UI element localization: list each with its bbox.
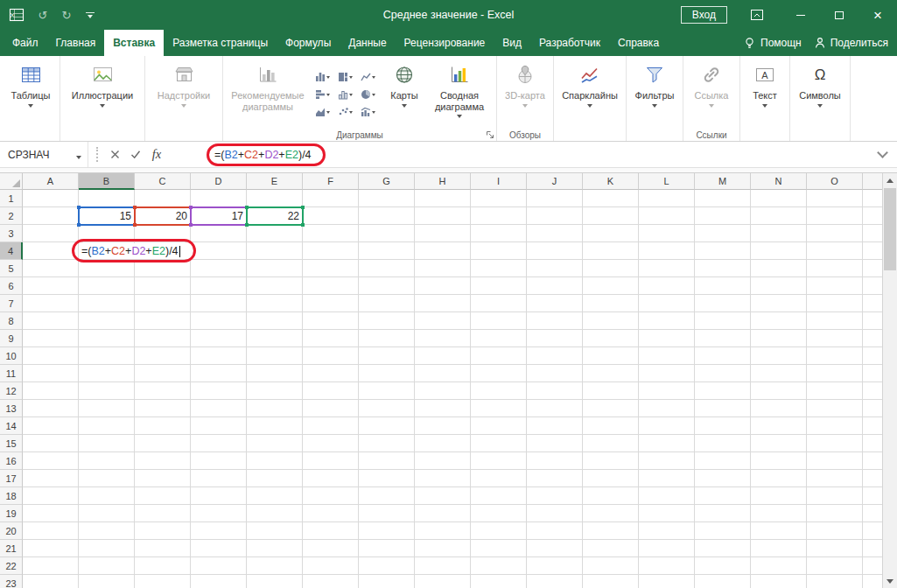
cell-I1[interactable] bbox=[471, 190, 527, 207]
cell-A18[interactable] bbox=[23, 487, 79, 505]
cell-C19[interactable] bbox=[135, 505, 191, 522]
cell-H23[interactable] bbox=[415, 575, 471, 588]
cell-J16[interactable] bbox=[527, 452, 583, 470]
cell-D3[interactable] bbox=[191, 225, 247, 242]
cell-L7[interactable] bbox=[639, 295, 695, 312]
cell-H20[interactable] bbox=[415, 522, 471, 540]
cell-D7[interactable] bbox=[191, 295, 247, 312]
cell-J5[interactable] bbox=[527, 260, 583, 277]
cell-G20[interactable] bbox=[359, 522, 415, 540]
cell-E12[interactable] bbox=[247, 382, 303, 400]
cell-O22[interactable] bbox=[807, 557, 863, 575]
cell-F5[interactable] bbox=[303, 260, 359, 277]
cell-C2[interactable]: 20 bbox=[135, 207, 191, 225]
cell-B13[interactable] bbox=[79, 400, 135, 417]
cell-I6[interactable] bbox=[471, 277, 527, 295]
row-header-10[interactable]: 10 bbox=[0, 347, 23, 365]
cell-N19[interactable] bbox=[751, 505, 807, 522]
cell-I3[interactable] bbox=[471, 225, 527, 242]
cell-I11[interactable] bbox=[471, 365, 527, 382]
text-button[interactable]: А Текст bbox=[744, 59, 786, 109]
row-header-8[interactable]: 8 bbox=[0, 312, 23, 330]
cell-G10[interactable] bbox=[359, 347, 415, 365]
cell-C16[interactable] bbox=[135, 452, 191, 470]
row-header-22[interactable]: 22 bbox=[0, 557, 23, 575]
row-header-23[interactable]: 23 bbox=[0, 575, 23, 588]
cell-O9[interactable] bbox=[807, 330, 863, 347]
cell-O12[interactable] bbox=[807, 382, 863, 400]
cell-B14[interactable] bbox=[79, 417, 135, 435]
cell-G23[interactable] bbox=[359, 575, 415, 588]
cell-A21[interactable] bbox=[23, 540, 79, 557]
cell-J4[interactable] bbox=[527, 242, 583, 260]
cell-E10[interactable] bbox=[247, 347, 303, 365]
cell-E1[interactable] bbox=[247, 190, 303, 207]
cell-C6[interactable] bbox=[135, 277, 191, 295]
cell-L19[interactable] bbox=[639, 505, 695, 522]
cell-H13[interactable] bbox=[415, 400, 471, 417]
cell-A16[interactable] bbox=[23, 452, 79, 470]
cell-O17[interactable] bbox=[807, 470, 863, 487]
cell-I17[interactable] bbox=[471, 470, 527, 487]
cell-D4[interactable] bbox=[191, 242, 247, 260]
cell-M7[interactable] bbox=[695, 295, 751, 312]
cell-C3[interactable] bbox=[135, 225, 191, 242]
cell-A2[interactable] bbox=[23, 207, 79, 225]
cell-N18[interactable] bbox=[751, 487, 807, 505]
insert-area-chart-button[interactable] bbox=[312, 104, 333, 120]
cell-M22[interactable] bbox=[695, 557, 751, 575]
cell-O4[interactable] bbox=[807, 242, 863, 260]
row-header-4[interactable]: 4 bbox=[0, 242, 23, 260]
cell-I16[interactable] bbox=[471, 452, 527, 470]
cell-E14[interactable] bbox=[247, 417, 303, 435]
cell-C17[interactable] bbox=[135, 470, 191, 487]
cell-B22[interactable] bbox=[79, 557, 135, 575]
cell-K22[interactable] bbox=[583, 557, 639, 575]
cell-L9[interactable] bbox=[639, 330, 695, 347]
cell-N21[interactable] bbox=[751, 540, 807, 557]
cell-C8[interactable] bbox=[135, 312, 191, 330]
cell-N17[interactable] bbox=[751, 470, 807, 487]
cell-I14[interactable] bbox=[471, 417, 527, 435]
formula-bar-expand-icon[interactable] bbox=[877, 147, 888, 158]
column-header-N[interactable]: N bbox=[751, 173, 807, 190]
cell-K19[interactable] bbox=[583, 505, 639, 522]
cell-I12[interactable] bbox=[471, 382, 527, 400]
insert-pie-chart-button[interactable] bbox=[357, 87, 378, 102]
dialog-launcher-icon[interactable] bbox=[486, 130, 494, 139]
cell-O21[interactable] bbox=[807, 540, 863, 557]
cell-B9[interactable] bbox=[79, 330, 135, 347]
column-header-K[interactable]: K bbox=[583, 173, 639, 190]
cell-K9[interactable] bbox=[583, 330, 639, 347]
cell-M4[interactable] bbox=[695, 242, 751, 260]
cell-I15[interactable] bbox=[471, 435, 527, 452]
cell-J2[interactable] bbox=[527, 207, 583, 225]
share-button[interactable]: Поделиться bbox=[814, 37, 888, 49]
cell-J19[interactable] bbox=[527, 505, 583, 522]
cell-E4[interactable] bbox=[247, 242, 303, 260]
row-header-1[interactable]: 1 bbox=[0, 190, 23, 207]
tab-data[interactable]: Данные bbox=[340, 30, 395, 56]
cell-L8[interactable] bbox=[639, 312, 695, 330]
cell-F13[interactable] bbox=[303, 400, 359, 417]
cell-N10[interactable] bbox=[751, 347, 807, 365]
row-header-12[interactable]: 12 bbox=[0, 382, 23, 400]
cell-I22[interactable] bbox=[471, 557, 527, 575]
cell-C10[interactable] bbox=[135, 347, 191, 365]
cell-H6[interactable] bbox=[415, 277, 471, 295]
cell-I13[interactable] bbox=[471, 400, 527, 417]
cell-C14[interactable] bbox=[135, 417, 191, 435]
cell-D23[interactable] bbox=[191, 575, 247, 588]
vertical-scrollbar[interactable] bbox=[882, 173, 897, 588]
cell-M17[interactable] bbox=[695, 470, 751, 487]
cell-H4[interactable] bbox=[415, 242, 471, 260]
cell-N15[interactable] bbox=[751, 435, 807, 452]
cell-M16[interactable] bbox=[695, 452, 751, 470]
cell-K6[interactable] bbox=[583, 277, 639, 295]
cell-I7[interactable] bbox=[471, 295, 527, 312]
cell-A20[interactable] bbox=[23, 522, 79, 540]
cell-F2[interactable] bbox=[303, 207, 359, 225]
cell-E18[interactable] bbox=[247, 487, 303, 505]
tab-view[interactable]: Вид bbox=[494, 30, 530, 56]
cell-L3[interactable] bbox=[639, 225, 695, 242]
